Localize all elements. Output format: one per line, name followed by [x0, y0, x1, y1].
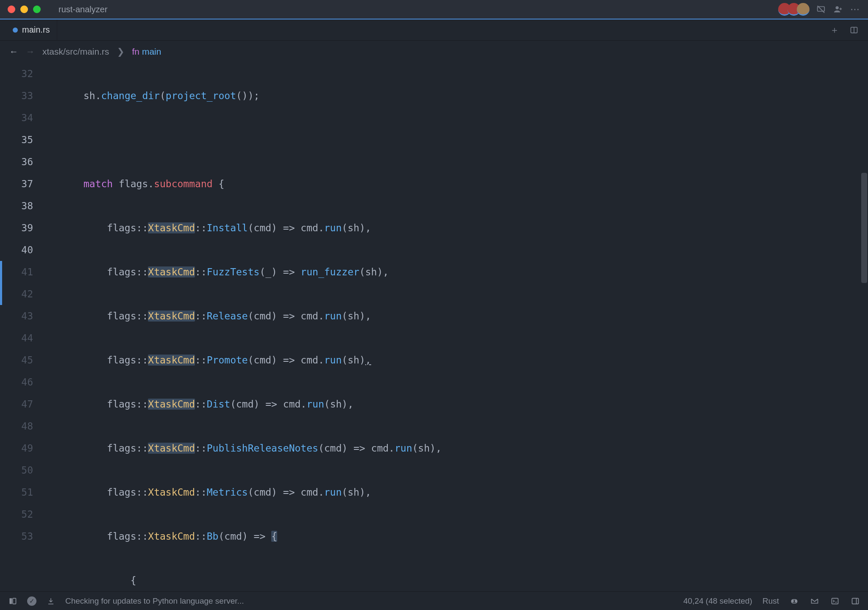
close-window-icon[interactable] — [8, 6, 15, 13]
line-number: 45 — [0, 349, 33, 371]
code-token: cmd — [283, 399, 301, 410]
selection: XtaskCmd — [148, 355, 195, 366]
code-token: XtaskCmd — [148, 531, 195, 542]
editor[interactable]: 323334353637383940⚡414243444546474849505… — [0, 63, 868, 591]
code-area[interactable]: sh.change_dir(project_root()); match fla… — [42, 63, 868, 591]
code-token: XtaskCmd — [148, 487, 195, 498]
code-token: project_root — [166, 90, 236, 101]
code-token: cmd — [300, 311, 318, 322]
svg-rect-8 — [832, 598, 838, 604]
line-number: 39 — [0, 217, 33, 239]
tabs-row: main.rs ＋ — [0, 19, 868, 41]
svg-rect-3 — [10, 598, 12, 604]
code-token: flags — [107, 355, 136, 366]
breadcrumb-name: main — [142, 47, 161, 56]
code-token: run — [324, 222, 342, 233]
minimize-window-icon[interactable] — [20, 6, 28, 13]
diagnostics-ok-icon[interactable]: ✓ — [27, 596, 36, 606]
tab-label: main.rs — [22, 25, 50, 35]
line-number: 37 — [0, 173, 33, 195]
gutter: 323334353637383940⚡414243444546474849505… — [0, 63, 42, 591]
code-token: Bb — [207, 531, 219, 542]
code-token: flags — [107, 311, 136, 322]
line-number: 48 — [0, 415, 33, 437]
code-token: cmd — [300, 487, 318, 498]
svg-rect-4 — [13, 598, 16, 604]
code-token: run — [306, 399, 324, 410]
code-token: flags — [107, 531, 136, 542]
screenshare-disabled-icon[interactable] — [815, 4, 826, 15]
avatar[interactable] — [797, 3, 810, 16]
code-token: subcommand — [154, 178, 212, 189]
panel-toggle-icon[interactable] — [8, 596, 18, 606]
code-token: cmd — [300, 355, 318, 366]
code-token: flags — [107, 266, 136, 277]
code-token: Release — [207, 311, 248, 322]
selection: XtaskCmd — [148, 443, 195, 454]
line-number: 52 — [0, 503, 33, 525]
code-token: sh — [348, 311, 359, 322]
line-number: 36 — [0, 151, 33, 173]
line-number: 40⚡ — [0, 239, 33, 261]
tab-main-rs[interactable]: main.rs — [6, 19, 57, 40]
code-token: cmd — [324, 443, 342, 454]
code-token: sh — [330, 399, 342, 410]
titlebar-right: ⋯ — [778, 3, 860, 16]
line-number: 42 — [0, 283, 33, 305]
line-number: 35 — [0, 129, 33, 151]
breadcrumb-keyword: fn — [132, 47, 140, 56]
terminal-icon[interactable] — [830, 596, 840, 606]
code-token: cmd — [371, 443, 389, 454]
zoom-window-icon[interactable] — [33, 6, 41, 13]
line-number: 46 — [0, 371, 33, 393]
more-icon[interactable]: ⋯ — [849, 4, 860, 15]
status-message: Checking for updates to Python language … — [65, 596, 244, 606]
feedback-icon[interactable] — [810, 596, 820, 606]
split-editor-icon[interactable] — [849, 25, 860, 36]
code-token: sh — [348, 355, 359, 366]
code-token: match — [83, 178, 113, 189]
line-number: 53 — [0, 525, 33, 547]
cursor-position[interactable]: 40,24 (48 selected) — [683, 596, 752, 606]
code-token: Metrics — [207, 487, 248, 498]
selection: XtaskCmd — [148, 311, 195, 322]
titlebar: rust-analyzer ⋯ — [0, 0, 868, 19]
line-number: 50 — [0, 459, 33, 481]
code-token: run_fuzzer — [300, 266, 359, 277]
collab-avatars[interactable] — [778, 3, 810, 16]
new-tab-icon[interactable]: ＋ — [829, 25, 840, 36]
line-number: 32 — [0, 63, 33, 85]
code-token: flags — [107, 399, 136, 410]
code-token: flags — [107, 222, 136, 233]
code-token: cmd — [254, 487, 272, 498]
line-number: 47 — [0, 393, 33, 415]
line-number: 41 — [0, 261, 33, 283]
svg-rect-9 — [852, 598, 859, 604]
line-number: 38 — [0, 195, 33, 217]
breadcrumb-path[interactable]: xtask/src/main.rs — [42, 47, 109, 57]
code-token: cmd — [254, 311, 272, 322]
line-number: 51 — [0, 481, 33, 503]
nav-forward-icon[interactable]: → — [26, 47, 35, 57]
code-token: cmd — [254, 222, 272, 233]
code-token: sh — [348, 487, 359, 498]
code-token: FuzzTests — [207, 266, 260, 277]
language-mode[interactable]: Rust — [762, 596, 779, 606]
code-token: flags — [107, 443, 136, 454]
selection: XtaskCmd — [148, 266, 195, 277]
code-token: flags — [107, 487, 136, 498]
panel-right-icon[interactable] — [850, 596, 860, 606]
line-number: 33 — [0, 85, 33, 107]
copilot-icon[interactable] — [789, 596, 799, 606]
download-icon[interactable] — [46, 596, 56, 606]
scrollbar-thumb[interactable] — [861, 173, 867, 283]
selection: XtaskCmd — [148, 222, 195, 233]
nav-back-icon[interactable]: ← — [9, 47, 18, 57]
code-token: cmd — [300, 222, 318, 233]
code-token: Install — [207, 222, 248, 233]
breadcrumb-symbol[interactable]: fn main — [132, 47, 161, 57]
breadcrumbs: ← → xtask/src/main.rs ❯ fn main — [0, 41, 868, 63]
status-bar: ✓ Checking for updates to Python languag… — [0, 591, 868, 610]
add-person-icon[interactable] — [832, 4, 843, 15]
line-number: 44 — [0, 327, 33, 349]
